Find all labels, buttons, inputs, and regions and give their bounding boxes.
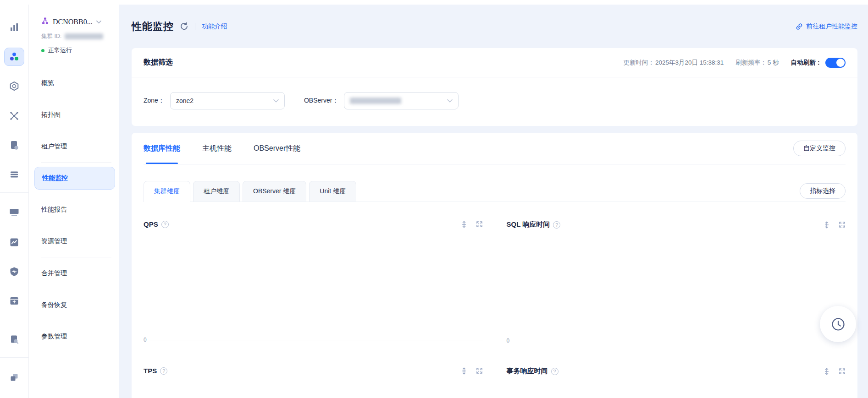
- sidebar-menu: 概览 拓扑图 租户管理 性能监控 性能报告 资源管理 合并管理 备份恢复 参数管…: [29, 67, 119, 352]
- rail-divider: [0, 357, 28, 358]
- tab-observer-dimension[interactable]: OBServer 维度: [243, 181, 306, 202]
- sidebar-item-perf-monitor[interactable]: 性能监控: [34, 167, 115, 190]
- help-icon[interactable]: ?: [553, 221, 560, 229]
- list-icon[interactable]: [4, 166, 24, 184]
- tab-cluster-dimension[interactable]: 集群维度: [144, 181, 190, 202]
- chart-title: SQL 响应时间: [507, 220, 550, 229]
- main-content: 性能监控 功能介绍 前往租户性能监控 数据筛: [119, 5, 868, 398]
- sidebar-item-param-mgmt[interactable]: 参数管理: [29, 321, 119, 352]
- package-add-icon[interactable]: [4, 292, 24, 310]
- performance-tabs: 数据库性能 主机性能 OBServer性能 自定义监控: [144, 133, 846, 164]
- tab-tenant-dimension[interactable]: 租户维度: [193, 181, 240, 202]
- fullscreen-icon[interactable]: [476, 221, 483, 228]
- cluster-id-redacted: [65, 33, 103, 39]
- sidebar-item-backup-restore[interactable]: 备份恢复: [29, 289, 119, 321]
- sidebar-item-topology[interactable]: 拓扑图: [29, 99, 119, 131]
- goto-tenant-monitor-link[interactable]: 前往租户性能监控: [796, 22, 857, 31]
- chart-qps: QPS ? 0: [144, 220, 483, 344]
- sidebar-item-merge-mgmt[interactable]: 合并管理: [29, 257, 119, 289]
- feature-intro-link[interactable]: 功能介绍: [202, 22, 227, 31]
- help-icon[interactable]: ?: [161, 221, 169, 228]
- drag-chart-icon[interactable]: [460, 367, 468, 375]
- tab-host-performance[interactable]: 主机性能: [202, 133, 232, 164]
- report-icon[interactable]: [4, 136, 24, 154]
- sidebar-item-overview[interactable]: 概览: [29, 67, 119, 99]
- cluster-tree-icon: [41, 17, 49, 27]
- x-axis-line: [513, 341, 846, 341]
- x-axis-line: [150, 340, 483, 340]
- cluster-sidebar: DCNOBB0... 集群 ID: 正常运行 概览 拓扑图 租户管理 性能监控 …: [29, 5, 119, 398]
- fullscreen-icon[interactable]: [839, 368, 846, 375]
- icon-rail: [0, 5, 29, 398]
- chart-plot-area: [507, 229, 846, 338]
- observer-label: OBServer：: [304, 97, 338, 105]
- performance-card: 数据库性能 主机性能 OBServer性能 自定义监控 集群维度 租户维度 OB…: [132, 133, 857, 398]
- refresh-rate-label: 刷新频率：: [735, 59, 767, 67]
- divider: [195, 23, 195, 30]
- sidebar-item-tenant-mgmt[interactable]: 租户管理: [29, 131, 119, 162]
- dimension-tabs: 集群维度 租户维度 OBServer 维度 Unit 维度 指标选择: [144, 181, 846, 202]
- topology-icon[interactable]: [4, 107, 24, 125]
- chevron-down-icon: [96, 20, 101, 24]
- auto-refresh-label: 自动刷新：: [791, 59, 822, 67]
- cluster-name: DCNOBB0...: [53, 18, 93, 26]
- perf-line-icon[interactable]: [4, 233, 24, 251]
- drag-chart-icon[interactable]: [460, 221, 468, 228]
- chevron-down-icon: [447, 99, 453, 103]
- page-title: 性能监控: [132, 20, 174, 33]
- windows-icon[interactable]: [4, 369, 24, 387]
- custom-monitor-button[interactable]: 自定义监控: [793, 141, 846, 156]
- chart-plot-area: [507, 376, 846, 398]
- bar-chart-icon[interactable]: [4, 18, 24, 36]
- help-icon[interactable]: ?: [551, 368, 558, 375]
- tab-unit-dimension[interactable]: Unit 维度: [309, 181, 356, 202]
- update-time-label: 更新时间：: [623, 59, 654, 67]
- menu-divider: [41, 162, 111, 163]
- shield-icon[interactable]: [4, 262, 24, 280]
- chart-plot-area: [144, 375, 483, 398]
- chart-title: TPS: [144, 367, 157, 375]
- doc-search-icon[interactable]: [4, 331, 24, 349]
- help-icon[interactable]: ?: [160, 367, 167, 375]
- cluster-icon[interactable]: [4, 48, 24, 66]
- top-strip: [0, 0, 868, 5]
- link-icon: [796, 23, 803, 30]
- component-box-icon[interactable]: [4, 77, 24, 95]
- chart-plot-area: [144, 228, 483, 337]
- chart-sql-response-time: SQL 响应时间 ? 0: [507, 220, 846, 344]
- cluster-status-text: 正常运行: [48, 46, 72, 55]
- fullscreen-icon[interactable]: [476, 367, 483, 374]
- page-header: 性能监控 功能介绍 前往租户性能监控: [132, 5, 857, 48]
- status-dot: [41, 49, 44, 52]
- zone-label: Zone：: [144, 97, 165, 105]
- clock-icon: [830, 316, 846, 333]
- rail-divider: [0, 192, 28, 193]
- filter-card-title: 数据筛选: [144, 58, 173, 67]
- refresh-rate-value: 5 秒: [768, 59, 779, 67]
- chart-title: QPS: [144, 220, 158, 228]
- chart-title: 事务响应时间: [507, 367, 548, 376]
- y-axis-zero: 0: [144, 337, 147, 343]
- chart-transaction-response-time: 事务响应时间 ? 0: [507, 367, 846, 398]
- observer-select[interactable]: [344, 92, 459, 109]
- sidebar-item-perf-report[interactable]: 性能报告: [29, 194, 119, 225]
- refresh-icon[interactable]: [180, 22, 188, 31]
- time-range-fab[interactable]: [820, 306, 856, 342]
- chart-tps: TPS ? 0: [144, 367, 483, 398]
- tab-observer-performance[interactable]: OBServer性能: [254, 133, 300, 164]
- fullscreen-icon[interactable]: [839, 221, 846, 228]
- drag-chart-icon[interactable]: [823, 368, 830, 375]
- drag-chart-icon[interactable]: [823, 221, 830, 229]
- observer-value-redacted: [350, 98, 401, 104]
- metric-select-button[interactable]: 指标选择: [800, 183, 846, 199]
- host-monitor-icon[interactable]: [4, 204, 24, 222]
- auto-refresh-toggle[interactable]: [825, 58, 846, 68]
- cluster-id-label: 集群 ID:: [41, 33, 61, 40]
- sidebar-item-resource-mgmt[interactable]: 资源管理: [29, 225, 119, 257]
- data-filter-card: 数据筛选 更新时间： 2025年3月20日 15:38:31 刷新频率： 5 秒…: [132, 48, 857, 126]
- zone-select[interactable]: zone2: [170, 92, 285, 109]
- zone-select-value: zone2: [176, 97, 194, 104]
- chevron-down-icon: [273, 99, 279, 103]
- tab-database-performance[interactable]: 数据库性能: [144, 133, 180, 164]
- cluster-selector[interactable]: DCNOBB0...: [29, 17, 119, 27]
